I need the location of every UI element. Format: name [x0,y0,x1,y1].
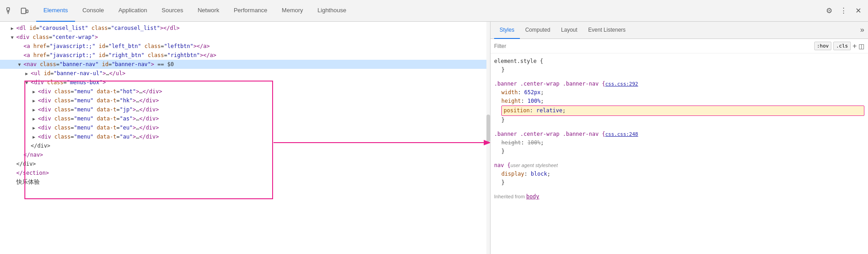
css-close-brace: } [501,178,864,187]
css-block: } [494,66,864,74]
dom-line-content: <div class="menu" data-t="au">…</div> [38,134,159,140]
dom-line[interactable]: </div> [0,159,490,168]
hov-filter-button[interactable]: :hov [814,42,832,50]
dom-line[interactable]: <div class="menu" data-t="hk">…</div> [0,96,490,105]
dom-line[interactable]: <dl id="carousel_list" class="carousel_l… [0,24,490,33]
dom-line[interactable]: <div class="menus-box"> [0,78,490,87]
dom-line-content: <a href="javascript:;" id="right_btn" cl… [24,52,216,58]
triangle-icon[interactable] [18,62,24,67]
css-prop-name: width [501,88,518,97]
dom-line-selected[interactable]: <nav class="banner-nav" id="banner-nav">… [0,60,490,69]
tab-console-label: Console [82,7,104,14]
tab-event-listeners[interactable]: Event Listeners [583,22,631,39]
css-prop-name: height [501,97,521,105]
styles-content: element.style { } .banner .center-wrap .… [491,53,868,254]
tab-elements[interactable]: Elements [36,0,75,22]
inspect-element-button[interactable] [4,5,16,17]
tab-performance-label: Performance [234,7,267,14]
close-button[interactable]: ✕ [852,5,864,17]
triangle-icon[interactable] [33,98,38,103]
css-colon: : [518,88,524,97]
css-prop-value: 100% [528,139,541,147]
inherited-source[interactable]: body [526,192,539,201]
dom-line[interactable]: <a href="javascript:;" id="left_btn" cla… [0,42,490,51]
triangle-icon[interactable] [33,116,38,121]
dom-scrollbar[interactable] [486,22,490,254]
css-prop-name: position [504,106,530,115]
tab-sources[interactable]: Sources [155,0,191,22]
dom-line[interactable]: <div class="menu" data-t="eu">…</div> [0,123,490,132]
dom-line[interactable]: <a href="javascript:;" id="right_btn" cl… [0,51,490,60]
css-rule-banner-nav-292: .banner .center-wrap .banner-nav { css.c… [494,80,864,125]
dom-panel: <dl id="carousel_list" class="carousel_l… [0,22,491,254]
add-style-button[interactable]: + [853,42,857,50]
dom-line[interactable]: <div class="menu" data-t="jp">…</div> [0,105,490,114]
dom-line-content: </div> [16,161,36,167]
dom-line-content: <dl id="carousel_list" class="carousel_l… [16,25,179,31]
dom-line[interactable]: <div class="menu" data-t="hot">…</div> [0,87,490,96]
css-block: display : block ; } [494,170,864,187]
dom-line[interactable]: </nav> [0,150,490,159]
tab-computed[interactable]: Computed [520,22,556,39]
dom-scrollbar-thumb[interactable] [486,115,490,142]
tab-application[interactable]: Application [111,0,155,22]
css-semicolon: ; [541,139,544,147]
styles-panel: Styles Computed Layout Event Listeners »… [491,22,868,254]
triangle-icon[interactable] [33,107,38,112]
toolbar-icons [4,5,31,17]
dom-line[interactable]: </section> [0,168,490,177]
styles-tab-overflow[interactable]: » [860,26,864,34]
tab-console[interactable]: Console [75,0,111,22]
dom-line[interactable]: <div class="menu" data-t="as">…</div> [0,114,490,123]
tab-lighthouse[interactable]: Lighthouse [310,0,354,22]
css-selector-line: element.style { [494,57,864,66]
css-colon: : [530,106,536,115]
more-options-button[interactable]: ⋮ [837,5,850,17]
triangle-icon[interactable] [11,26,16,31]
dom-line-content: </nav> [24,152,43,158]
tab-layout-label: Layout [561,27,577,33]
css-colon: : [524,170,531,178]
css-property-width: width : 652px ; [501,88,864,97]
css-semicolon: ; [547,170,550,178]
dom-line[interactable]: 快乐体验 [0,177,490,187]
triangle-icon[interactable] [25,71,31,76]
dom-line[interactable]: <ul id="banner-nav-ul">…</ul> [0,69,490,78]
device-toolbar-button[interactable] [18,5,31,17]
expand-button[interactable]: ◫ [859,43,864,50]
triangle-icon[interactable] [33,89,38,94]
tab-network-label: Network [198,7,219,14]
dom-line[interactable]: <div class="center-wrap"> [0,33,490,42]
dom-line[interactable]: <div class="menu" data-t="au">…</div> [0,132,490,141]
settings-button[interactable]: ⚙ [823,5,835,17]
css-selector-text: nav { [494,161,510,170]
triangle-icon[interactable] [33,134,38,139]
triangle-icon[interactable] [33,125,38,130]
css-selector-text: .banner .center-wrap .banner-nav { [494,80,605,88]
tab-memory[interactable]: Memory [274,0,310,22]
filter-actions: :hov .cls + ◫ [814,42,864,50]
css-prop-value: relative [536,106,562,115]
styles-tabs: Styles Computed Layout Event Listeners » [491,22,868,39]
svg-rect-0 [7,8,9,10]
triangle-icon[interactable] [25,80,31,85]
css-property-position-highlighted: position : relative ; [501,105,864,116]
tab-layout[interactable]: Layout [556,22,583,39]
tab-performance[interactable]: Performance [226,0,274,22]
css-source-link[interactable]: css.css:292 [605,80,638,88]
dom-line[interactable]: </div> [0,141,490,150]
css-close-brace: } [501,147,864,156]
dom-line-content: <div class="menu" data-t="jp">…</div> [38,106,159,113]
css-prop-value: 100% [528,97,541,105]
filter-input[interactable] [494,43,811,49]
css-source-link[interactable]: css.css:248 [605,130,638,139]
css-prop-name: display [501,170,524,178]
cls-filter-button[interactable]: .cls [833,42,851,50]
svg-rect-3 [21,8,26,14]
triangle-icon[interactable] [11,35,16,40]
css-colon: : [521,97,527,105]
css-selector-text: .banner .center-wrap .banner-nav { [494,130,605,139]
tab-styles[interactable]: Styles [494,22,520,39]
tab-network[interactable]: Network [190,0,226,22]
main-container: <dl id="carousel_list" class="carousel_l… [0,22,868,254]
